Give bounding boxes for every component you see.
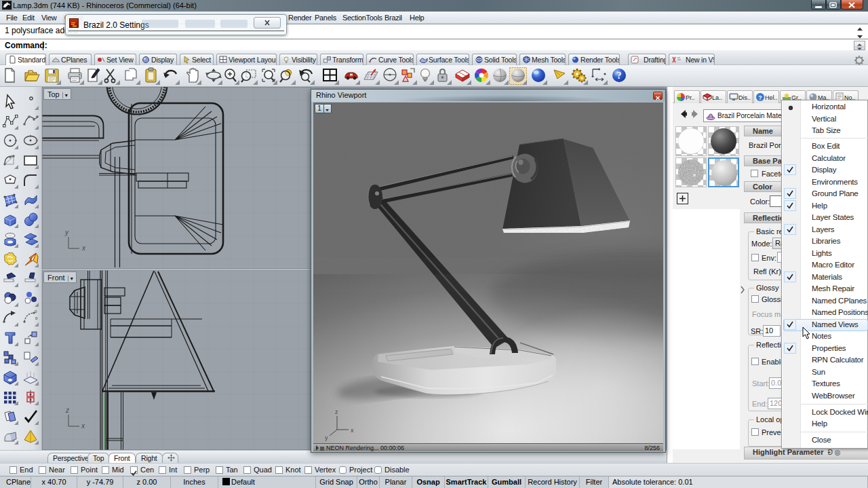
svg-text:x: x <box>81 244 86 252</box>
svg-text:0: 0 <box>35 309 37 314</box>
svg-text:y: y <box>64 229 69 236</box>
svg-text:0: 0 <box>35 316 38 320</box>
svg-text:x: x <box>81 422 85 430</box>
svg-text:?: ? <box>617 71 622 81</box>
svg-text:?: ? <box>758 94 762 101</box>
svg-text:z: z <box>65 407 69 414</box>
